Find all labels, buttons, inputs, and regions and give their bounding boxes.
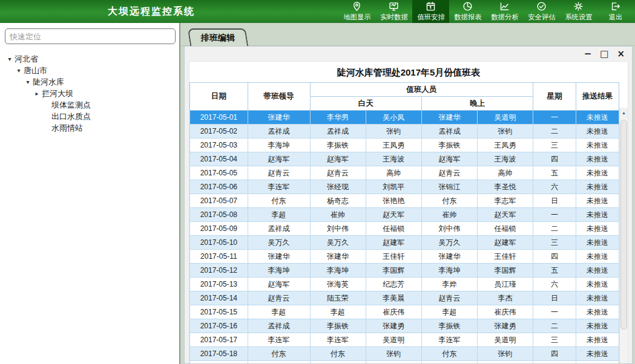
map-pin-icon [352, 1, 362, 11]
tree-item-6[interactable]: 出口水质点 [0, 111, 179, 122]
cell-leader: 孟祥成 [248, 319, 310, 333]
cell-night-person-1: 崔帅 [421, 208, 477, 222]
duty-table-wrap: 日期 带班领导 值班人员 星期 推送结果 白天 晚上 2017-05-01张建华… [189, 82, 619, 363]
duty-table: 日期 带班领导 值班人员 星期 推送结果 白天 晚上 2017-05-01张建华… [189, 82, 619, 363]
search-input[interactable] [5, 28, 176, 44]
table-row[interactable]: 2017-05-09孟祥成刘中伟任福锁刘中伟任福锁二未推送 [190, 222, 619, 236]
tree-item-5[interactable]: 坝体监测点 [0, 99, 179, 111]
chevron-right-icon[interactable]: ▸ [33, 88, 41, 99]
table-row[interactable]: 2017-05-02孟祥成孟祥成张钧孟祥成张钧二未推送 [190, 125, 619, 138]
table-row[interactable]: 2017-05-12李海坤李海坤李国辉李海坤李国辉五未推送 [190, 264, 619, 278]
cell-weekday: 三 [533, 236, 576, 250]
table-row[interactable]: 2017-05-03李海坤李振铁王凤勇李振铁王凤勇三未推送 [190, 138, 619, 152]
cell-day-person-2: 吴小凤 [366, 111, 421, 125]
cell-night-person-2: 张钧 [477, 347, 533, 361]
cell-leader: 李超 [248, 305, 310, 319]
tree-item-label: 河北省 [15, 53, 38, 65]
cell-day-person-1: 李华男 [310, 111, 366, 125]
cell-date: 2017-05-07 [190, 194, 248, 208]
cell-day-person-1: 张建华 [310, 250, 366, 264]
nav-item-label: 退出 [608, 12, 622, 22]
cell-day-person-2: 赵天军 [366, 208, 421, 222]
table-row[interactable]: 2017-05-05赵青云赵青云高帅赵青云高帅五未推送 [190, 166, 619, 180]
nav-item-line-chart[interactable]: 数据分析 [486, 0, 523, 23]
cell-day-person-2: 任福锁 [366, 222, 421, 236]
table-row[interactable]: 2017-05-01张建华李华男吴小凤张建华吴道明一未推送 [190, 111, 619, 125]
table-row[interactable]: 2017-05-15李超李超崔庆伟李超崔庆伟一未推送 [190, 305, 619, 319]
cell-night-person-1: 孟祥成 [421, 125, 477, 138]
close-button[interactable]: × [617, 47, 625, 60]
cell-night-person-2: 张钧 [477, 125, 533, 138]
nav-item-label: 系统设置 [565, 12, 593, 22]
cell-leader: 李超 [248, 208, 310, 222]
cell-night-person-1: 张锦江 [421, 361, 477, 364]
nav-item-map-pin[interactable]: 地图显示 [338, 0, 375, 23]
table-row[interactable]: 2017-05-18付东付东张钧付东张钧四未推送 [190, 347, 619, 361]
table-row[interactable]: 2017-05-11张建华张建华王佳轩张建华王佳轩四未推送 [190, 250, 619, 264]
table-row[interactable]: 2017-05-17李连军李连军吴道明李连军吴道明三未推送 [190, 333, 619, 347]
cell-night-person-2: 王凤勇 [477, 138, 533, 152]
tree-item-2[interactable]: ▾唐山市 [0, 65, 179, 76]
table-row[interactable]: 2017-05-16孟祥成李振铁张建勇李振铁张建勇二未推送 [190, 319, 619, 333]
cell-weekday: 一 [533, 111, 576, 125]
cell-day-person-1: 李海坤 [310, 264, 366, 278]
tab-shift-edit[interactable]: 排班编辑 [188, 28, 249, 47]
maximize-button[interactable]: □ [600, 47, 608, 60]
cell-night-person-1: 李海坤 [421, 264, 477, 278]
cell-push-result: 未推送 [576, 180, 619, 194]
cell-day-person-2: 李美晨 [366, 291, 421, 305]
vertical-scrollbar[interactable]: ▲ [619, 108, 628, 363]
sidebar: ▾河北省▾唐山市▾陡河水库▸拦河大坝坝体监测点出口水质点水雨情站 [0, 23, 180, 364]
table-row[interactable]: 2017-05-19吴万久张锦江王凤勇张锦江王凤勇五未推送 [190, 361, 619, 364]
table-row[interactable]: 2017-05-10吴万久吴万久赵建军吴万久赵建军三未推送 [190, 236, 619, 250]
tree-item-4[interactable]: ▸拦河大坝 [0, 88, 179, 99]
tree-item-1[interactable]: ▾河北省 [0, 53, 179, 65]
chevron-down-icon[interactable]: ▾ [15, 65, 22, 76]
cell-push-result: 未推送 [576, 291, 619, 305]
nav-item-exit[interactable]: 退出 [597, 0, 634, 23]
cell-day-person-1: 赵青云 [310, 166, 366, 180]
col-header-weekday: 星期 [533, 83, 576, 111]
scrollbar-thumb[interactable] [620, 120, 627, 330]
cell-day-person-2: 王凤勇 [366, 138, 421, 152]
cell-push-result: 未推送 [576, 138, 619, 152]
nav-item-gear[interactable]: 系统设置 [560, 0, 597, 23]
cell-weekday: 日 [533, 291, 576, 305]
gear-icon [573, 1, 584, 11]
scroll-up-button[interactable]: ▲ [620, 108, 628, 117]
cell-push-result: 未推送 [576, 264, 619, 278]
tree-item-7[interactable]: 水雨情站 [0, 122, 179, 134]
cell-night-person-1: 付东 [421, 194, 477, 208]
minimize-button[interactable]: − [584, 47, 592, 60]
table-row[interactable]: 2017-05-07付东杨奇志张艳艳付东李志军日未推送 [190, 194, 619, 208]
table-row[interactable]: 2017-05-06李连军张经现刘凯平张锦江李圣悦六未推送 [190, 180, 619, 194]
col-header-push-result: 推送结果 [576, 83, 619, 111]
tree-item-3[interactable]: ▾陡河水库 [0, 76, 179, 88]
table-row[interactable]: 2017-05-08李超崔帅赵天军崔帅赵天军一未推送 [190, 208, 619, 222]
exit-icon [610, 1, 620, 11]
nav-item-calendar[interactable]: 值班安排 [412, 0, 449, 23]
nav-item-monitor[interactable]: 实时数据 [375, 0, 412, 23]
cell-night-person-1: 张建华 [421, 111, 477, 125]
table-row[interactable]: 2017-05-04赵海军赵海军王海波赵海军王海波四未推送 [190, 152, 619, 166]
chevron-down-icon[interactable]: ▾ [6, 53, 13, 65]
cell-weekday: 二 [533, 125, 576, 138]
cell-day-person-1: 赵海军 [310, 152, 366, 166]
nav-item-pie-chart[interactable]: 数据报表 [449, 0, 486, 23]
cell-push-result: 未推送 [576, 250, 619, 264]
table-row[interactable]: 2017-05-13赵海军张海英纪志芳李烨员江瑾六未推送 [190, 278, 619, 291]
cell-weekday: 六 [533, 180, 576, 194]
col-header-day: 白天 [310, 97, 421, 111]
chevron-down-icon[interactable]: ▾ [24, 76, 31, 88]
cell-date: 2017-05-18 [190, 347, 248, 361]
app-title: 大坝远程监控系统 [0, 0, 303, 23]
table-row[interactable]: 2017-05-14赵青云陆玉荣李美晨赵青云李杰日未推送 [190, 291, 619, 305]
tree-item-label: 出口水质点 [51, 111, 91, 122]
cell-day-person-2: 刘凯平 [366, 180, 421, 194]
cell-day-person-1: 付东 [310, 347, 366, 361]
cell-date: 2017-05-10 [190, 236, 248, 250]
cell-day-person-2: 王海波 [366, 152, 421, 166]
cell-weekday: 一 [533, 208, 576, 222]
nav-item-check-circle[interactable]: 安全评估 [523, 0, 560, 23]
cell-leader: 张建华 [248, 250, 310, 264]
